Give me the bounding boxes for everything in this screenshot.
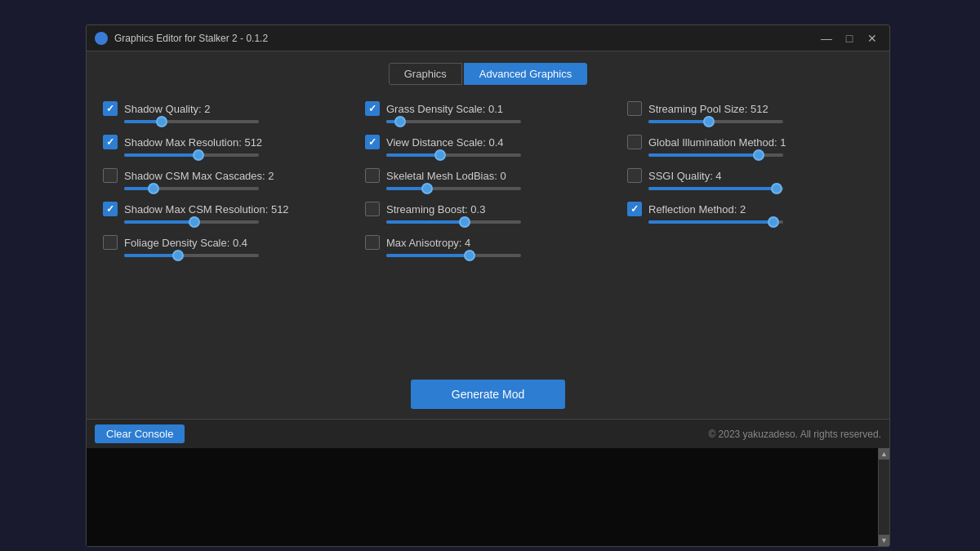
checkbox-skeletal-mesh-lodbias[interactable] — [365, 168, 380, 183]
slider-shadow-max-resolution[interactable] — [124, 153, 259, 157]
app-icon — [95, 32, 108, 45]
slider-ssgi-quality[interactable] — [648, 187, 783, 190]
label-ssgi-quality: SSGI Quality: 4 — [648, 170, 722, 182]
label-shadow-max-resolution: Shadow Max Resolution: 512 — [124, 136, 262, 149]
label-shadow-csm-max-cascades: Shadow CSM Max Cascades: 2 — [124, 170, 274, 182]
slider-foliage-density-scale[interactable] — [124, 254, 259, 257]
setting-max-anisotropy: Max Anisotropy: 4 — [365, 235, 611, 257]
setting-shadow-quality: Shadow Quality: 2 — [103, 101, 349, 123]
console-toolbar: Clear Console © 2023 yakuzadeso. All rig… — [87, 420, 889, 448]
label-view-distance-scale: View Distance Scale: 0.4 — [386, 136, 504, 149]
tab-graphics[interactable]: Graphics — [389, 63, 462, 85]
setting-shadow-csm-max-cascades: Shadow CSM Max Cascades: 2 — [103, 168, 349, 190]
settings-column-1: Shadow Quality: 2 Shadow Max Resolution:… — [103, 101, 349, 269]
label-streaming-pool-size: Streaming Pool Size: 512 — [648, 103, 768, 115]
label-global-illumination-method: Global Illumination Method: 1 — [648, 136, 786, 149]
console-output[interactable]: ▲ ▼ — [87, 448, 889, 546]
scrollbar-down-button[interactable]: ▼ — [879, 535, 889, 546]
setting-view-distance-scale: View Distance Scale: 0.4 — [365, 135, 611, 157]
label-grass-density-scale: Grass Density Scale: 0.1 — [386, 103, 503, 115]
label-max-anisotropy: Max Anisotropy: 4 — [386, 237, 470, 249]
slider-grass-density-scale[interactable] — [386, 120, 521, 123]
main-content: Graphics Advanced Graphics Shadow Qualit… — [87, 51, 889, 546]
setting-foliage-density-scale: Foliage Density Scale: 0.4 — [103, 235, 349, 257]
generate-mod-button[interactable]: Generate Mod — [411, 380, 566, 409]
title-bar: Graphics Editor for Stalker 2 - 0.1.2 — … — [87, 25, 889, 51]
slider-view-distance-scale[interactable] — [386, 153, 521, 157]
slider-shadow-max-csm-resolution[interactable] — [124, 220, 259, 224]
slider-reflection-method[interactable] — [648, 220, 783, 224]
console-scrollbar[interactable]: ▲ ▼ — [878, 448, 889, 546]
tab-bar: Graphics Advanced Graphics — [87, 51, 889, 93]
slider-streaming-pool-size[interactable] — [648, 120, 783, 123]
setting-shadow-max-resolution: Shadow Max Resolution: 512 — [103, 135, 349, 157]
checkbox-global-illumination-method[interactable] — [627, 135, 642, 149]
close-button[interactable]: ✕ — [863, 29, 881, 47]
label-skeletal-mesh-lodbias: Skeletal Mesh LodBias: 0 — [386, 170, 506, 182]
minimize-button[interactable]: — — [817, 29, 835, 47]
maximize-button[interactable]: □ — [840, 29, 858, 47]
setting-ssgi-quality: SSGI Quality: 4 — [627, 168, 873, 190]
settings-column-3: Streaming Pool Size: 512 Global Illumina… — [627, 101, 873, 269]
checkbox-shadow-max-resolution[interactable] — [103, 135, 118, 149]
console-area: Clear Console © 2023 yakuzadeso. All rig… — [87, 419, 889, 546]
window-title: Graphics Editor for Stalker 2 - 0.1.2 — [114, 33, 817, 44]
scrollbar-up-button[interactable]: ▲ — [879, 448, 889, 460]
label-shadow-quality: Shadow Quality: 2 — [124, 103, 211, 115]
slider-skeletal-mesh-lodbias[interactable] — [386, 187, 521, 190]
setting-streaming-pool-size: Streaming Pool Size: 512 — [627, 101, 873, 123]
label-streaming-boost: Streaming Boost: 0.3 — [386, 203, 485, 216]
setting-shadow-max-csm-resolution: Shadow Max CSM Resolution: 512 — [103, 202, 349, 224]
slider-shadow-csm-max-cascades[interactable] — [124, 187, 259, 190]
checkbox-shadow-quality[interactable] — [103, 101, 118, 116]
setting-streaming-boost: Streaming Boost: 0.3 — [365, 202, 611, 224]
generate-btn-row: Generate Mod — [87, 373, 889, 419]
checkbox-ssgi-quality[interactable] — [627, 168, 642, 183]
window-controls: — □ ✕ — [817, 29, 881, 47]
checkbox-reflection-method[interactable] — [627, 202, 642, 216]
slider-streaming-boost[interactable] — [386, 220, 521, 224]
label-shadow-max-csm-resolution: Shadow Max CSM Resolution: 512 — [124, 203, 289, 216]
slider-global-illumination-method[interactable] — [648, 153, 783, 157]
setting-grass-density-scale: Grass Density Scale: 0.1 — [365, 101, 611, 123]
checkbox-streaming-boost[interactable] — [365, 202, 380, 216]
checkbox-streaming-pool-size[interactable] — [627, 101, 642, 116]
settings-grid: Shadow Quality: 2 Shadow Max Resolution:… — [103, 101, 873, 269]
setting-global-illumination-method: Global Illumination Method: 1 — [627, 135, 873, 157]
settings-column-2: Grass Density Scale: 0.1 View Distance S… — [365, 101, 611, 269]
checkbox-view-distance-scale[interactable] — [365, 135, 380, 149]
main-window: Graphics Editor for Stalker 2 - 0.1.2 — … — [86, 24, 890, 547]
checkbox-shadow-csm-max-cascades[interactable] — [103, 168, 118, 183]
slider-shadow-quality[interactable] — [124, 120, 259, 123]
settings-area: Shadow Quality: 2 Shadow Max Resolution:… — [87, 93, 889, 373]
checkbox-grass-density-scale[interactable] — [365, 101, 380, 116]
tab-advanced-graphics[interactable]: Advanced Graphics — [464, 63, 587, 85]
checkbox-foliage-density-scale[interactable] — [103, 235, 118, 250]
setting-skeletal-mesh-lodbias: Skeletal Mesh LodBias: 0 — [365, 168, 611, 190]
slider-max-anisotropy[interactable] — [386, 254, 521, 257]
copyright-text: © 2023 yakuzadeso. All rights reserved. — [708, 429, 881, 440]
clear-console-button[interactable]: Clear Console — [95, 424, 185, 443]
setting-reflection-method: Reflection Method: 2 — [627, 202, 873, 224]
checkbox-max-anisotropy[interactable] — [365, 235, 380, 250]
checkbox-shadow-max-csm-resolution[interactable] — [103, 202, 118, 216]
label-reflection-method: Reflection Method: 2 — [648, 203, 746, 216]
label-foliage-density-scale: Foliage Density Scale: 0.4 — [124, 237, 247, 249]
